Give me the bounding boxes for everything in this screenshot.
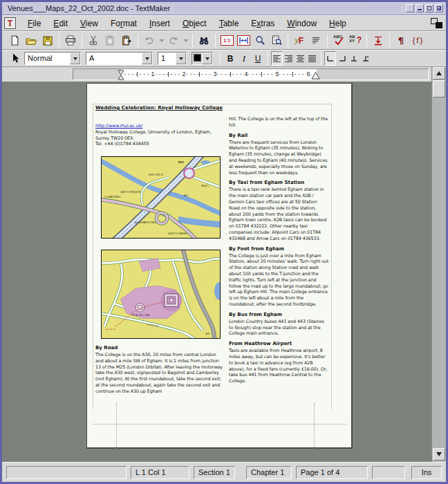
paste-button[interactable] [118, 32, 135, 48]
textmaker-window: Venues___Maps_22_Oct_2002.doc - TextMake… [0, 0, 448, 484]
zoom-button[interactable] [252, 32, 268, 48]
align-right-button[interactable] [283, 51, 295, 66]
menu-edit[interactable]: Edit [47, 17, 74, 30]
status-line-col[interactable]: L 1 Col 1 [131, 466, 189, 479]
section-by-taxi: By Taxi from Egham Station There is a ta… [229, 180, 329, 241]
scroll-down-button[interactable] [433, 448, 445, 460]
font-size-combobox[interactable]: 1 [158, 52, 187, 65]
tab-left-button[interactable] [324, 51, 336, 66]
tab-center-button[interactable] [348, 51, 360, 66]
ruler: 123456 [73, 68, 429, 80]
menu-help[interactable]: Help [323, 17, 353, 30]
titlebar[interactable]: Venues___Maps_22_Oct_2002.doc - TextMake… [2, 2, 446, 15]
font-dropdown-button[interactable] [142, 53, 152, 64]
font-color-swatch [192, 53, 202, 64]
scroll-up-button[interactable] [433, 67, 445, 80]
campus-map-image[interactable]: ROYAL HOLLOWAY EGHAM HILL A30 [101, 250, 221, 339]
cut-button[interactable] [85, 32, 102, 48]
paragraph-format-button[interactable] [308, 32, 324, 48]
italic-button[interactable]: I [237, 51, 251, 66]
print-button[interactable] [62, 32, 79, 48]
tab-right-button[interactable] [336, 51, 348, 66]
college-hyperlink[interactable]: http://www.rhul.ac.uk/ [95, 123, 142, 129]
document-page[interactable]: Wedding Celebration: Royal Holloway Coll… [86, 83, 353, 449]
save-button[interactable] [39, 32, 56, 48]
section-by-foot: By Foot from Egham The College is just o… [229, 246, 329, 308]
map-label-m25: M25 [178, 160, 185, 164]
toolbar-separator [321, 52, 321, 66]
indent-marker[interactable] [118, 70, 124, 80]
zoom-100-button[interactable]: 1:1 [218, 32, 235, 48]
status-chapter[interactable]: Chapter 1 [246, 466, 292, 479]
menu-format[interactable]: Format [104, 17, 143, 30]
open-button[interactable] [23, 32, 39, 48]
align-center-button[interactable] [295, 51, 306, 66]
new-document-button[interactable] [6, 32, 23, 48]
contact-block: http://www.rhul.ac.uk/ Royal Holloway Co… [95, 123, 224, 147]
redo-dropdown[interactable] [182, 32, 189, 48]
status-section[interactable]: Section 1 [194, 466, 235, 479]
new-document-icon [10, 35, 20, 46]
align-justify-button[interactable] [306, 51, 318, 66]
goto-bottom-button[interactable] [370, 32, 386, 48]
font-color-picker[interactable] [192, 52, 213, 65]
menu-file[interactable]: File [21, 17, 47, 30]
spell-check-button[interactable]: ABC [330, 32, 347, 48]
vertical-scrollbar[interactable] [431, 67, 446, 462]
toolbar-separator [268, 52, 268, 66]
font-size-dropdown-button[interactable] [176, 53, 186, 64]
scrollbar-thumb[interactable] [433, 80, 445, 97]
font-color-dropdown-button[interactable] [202, 53, 212, 64]
status-insert-mode[interactable]: Ins [411, 466, 442, 479]
style-dropdown-button[interactable] [70, 53, 80, 64]
ruler-number: 6 [306, 71, 310, 77]
redo-icon [169, 36, 178, 45]
menu-window[interactable]: Window [281, 17, 323, 30]
align-left-button[interactable] [271, 51, 283, 66]
underline-button[interactable]: U [251, 51, 265, 66]
menu-table[interactable]: Table [213, 17, 245, 30]
open-folder-icon [26, 36, 37, 46]
tab-decimal-button[interactable] [360, 51, 371, 66]
insert-formula-button[interactable]: {f} [409, 32, 426, 48]
ruler-halfinch-tick [168, 72, 169, 77]
toolbar-separator [82, 34, 82, 48]
minimize-button[interactable] [416, 4, 424, 12]
map-label-junction: JUNCTION 13 [147, 174, 163, 176]
menu-view[interactable]: View [74, 17, 104, 30]
bold-button[interactable]: B [223, 51, 237, 66]
fit-width-button[interactable] [235, 32, 252, 48]
ruler-halfinch-tick [292, 72, 293, 77]
find-button[interactable] [196, 32, 212, 48]
undo-dropdown[interactable] [158, 32, 165, 48]
status-page[interactable]: Page 1 of 4 [296, 466, 368, 479]
toolbar-separator [327, 34, 328, 48]
undo-button[interactable] [141, 32, 158, 48]
right-indent-marker[interactable] [311, 71, 320, 80]
maximize-button[interactable] [425, 4, 433, 12]
menu-insert[interactable]: Insert [143, 17, 176, 30]
menu-object[interactable]: Object [176, 17, 213, 30]
redo-button[interactable] [165, 32, 182, 48]
style-combobox[interactable]: Normal [24, 52, 81, 65]
font-combobox[interactable]: A [86, 52, 153, 65]
window-frame: Venues___Maps_22_Oct_2002.doc - TextMake… [0, 0, 448, 484]
thesaurus-button[interactable]: AB XY ? [347, 32, 364, 48]
show-formatting-marks-button[interactable]: ¶ [393, 32, 409, 48]
document-cascade-icon[interactable] [431, 18, 442, 28]
shade-button[interactable] [406, 4, 414, 12]
insert-field-button[interactable]: yF [291, 32, 308, 48]
copy-button[interactable] [102, 32, 118, 48]
restore-button[interactable] [435, 4, 443, 12]
style-value: Normal [25, 53, 70, 64]
map-label-bracknell: TO BRACKNELL [104, 196, 121, 198]
object-pointer-button[interactable] [6, 50, 24, 66]
align-justify-icon [308, 55, 317, 62]
college-address: Royal Holloway College, University of Lo… [95, 129, 224, 142]
section-by-rail: By Rail There are frequent services from… [229, 133, 329, 176]
menu-extras[interactable]: Extras [245, 17, 281, 30]
motorway-map-image[interactable]: M25 JUNCTION 13 A30(T) A30 A308 TO WINDS… [101, 156, 221, 239]
app-menu-button[interactable]: T [4, 17, 16, 29]
print-preview-button[interactable] [268, 32, 285, 48]
section-by-road: By Road The College is on the A30, 20 mi… [95, 345, 225, 395]
